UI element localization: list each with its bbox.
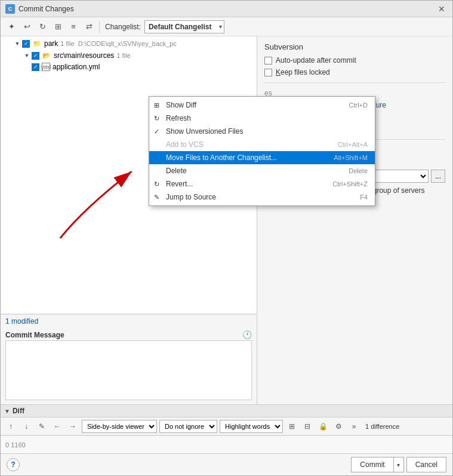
menu-item-delete[interactable]: Delete Delete: [149, 164, 375, 177]
tree-row-park[interactable]: ▼ ✓ 📁 park 1 file D:\CODE\qlt_x\SVN\yey_…: [1, 38, 257, 50]
bottom-actions: Commit ▾ Cancel: [351, 457, 446, 472]
refresh-ctx-icon: ↻: [154, 115, 159, 122]
diff-settings2-btn[interactable]: ⊟: [301, 420, 314, 433]
dialog-title: Commit Changes: [19, 5, 436, 13]
yaml-icon: yml: [42, 63, 50, 71]
diff-header: ▼ Diff: [1, 405, 452, 417]
shortcut-revert: Ctrl+Shift+Z: [332, 180, 368, 188]
toolbar-sep: [99, 21, 100, 33]
commit-dropdown-button[interactable]: ▾: [393, 457, 404, 472]
commit-message-section: Commit Message 🕐: [1, 328, 257, 404]
keep-files-checkbox[interactable]: [264, 69, 272, 76]
diff-icon: ⊞: [154, 102, 159, 109]
menu-label-add-vcs: Add to VCS: [166, 140, 204, 149]
tree-label-park: park: [44, 39, 58, 48]
menu-item-jump-source[interactable]: ✎ Jump to Source F4: [149, 191, 375, 204]
main-toolbar: ✦ ↩ ↻ ⊞ ≡ ⇄ Changelist: Default Changeli…: [1, 17, 452, 36]
shortcut-jump: F4: [360, 194, 368, 201]
menu-label-show-diff: Show Diff: [166, 101, 196, 109]
undo-btn[interactable]: ↩: [20, 20, 34, 34]
menu-label-jump-source: Jump to Source: [166, 193, 216, 201]
diff-edit-btn[interactable]: ✎: [35, 420, 48, 433]
checkbox-app[interactable]: ✓: [32, 63, 39, 71]
checkbox-src[interactable]: ✓: [32, 52, 39, 60]
commit-message-label: Commit Message: [5, 331, 64, 339]
modified-label: 1 modified: [1, 314, 257, 328]
ignore-select[interactable]: Do not ignore: [159, 420, 217, 433]
diff-more-btn[interactable]: ⚙: [332, 420, 345, 433]
clock-icon: 🕐: [242, 330, 252, 339]
subversion-title: Subversion: [264, 42, 445, 51]
cancel-button[interactable]: Cancel: [406, 457, 446, 472]
diff-area: 0 1160: [1, 435, 452, 453]
diff-count: 1 difference: [365, 423, 399, 430]
close-button[interactable]: ✕: [436, 3, 448, 15]
check-show-unversioned: ✓: [154, 128, 159, 136]
right-panel: Subversion Auto-update after commit Keep…: [257, 36, 452, 404]
add-btn[interactable]: ✦: [4, 20, 19, 34]
toggle-src-icon[interactable]: ▼: [22, 51, 32, 60]
menu-item-add-vcs: Add to VCS Ctrl+Alt+A: [149, 138, 375, 151]
context-menu: ⊞ Show Diff Ctrl+D ↻ Refresh ✓ Show Unve…: [149, 96, 375, 206]
title-bar: C Commit Changes ✕: [1, 1, 452, 17]
shortcut-add-vcs: Ctrl+Alt+A: [338, 141, 368, 148]
menu-label-delete: Delete: [166, 167, 187, 175]
auto-update-row: Auto-update after commit: [264, 56, 445, 65]
changelist-dropdown-wrapper[interactable]: Default Changelist ▾: [144, 20, 224, 33]
app-icon: C: [5, 4, 15, 14]
diff-back-btn[interactable]: ←: [51, 420, 64, 433]
group-btn[interactable]: ⊞: [51, 20, 65, 34]
diff-lock-btn[interactable]: 🔒: [316, 420, 329, 433]
commit-message-textarea[interactable]: [5, 340, 252, 400]
diff-toolbar: ↑ ↓ ✎ ← → Side-by-side viewer Do not ign…: [1, 417, 452, 435]
menu-label-revert: Revert...: [166, 180, 193, 188]
menu-item-show-diff[interactable]: ⊞ Show Diff Ctrl+D: [149, 99, 375, 112]
section-divider-1: [264, 82, 445, 83]
diff-next-btn[interactable]: ↓: [20, 420, 33, 433]
menu-label-refresh: Refresh: [166, 114, 191, 122]
sort-btn[interactable]: ≡: [66, 20, 81, 34]
upload-browse-btn[interactable]: ...: [431, 170, 445, 183]
diff-fwd-btn[interactable]: →: [66, 420, 79, 433]
commit-dialog: C Commit Changes ✕ ✦ ↩ ↻ ⊞ ≡ ⇄ Changelis…: [0, 0, 453, 476]
toggle-icon[interactable]: ▼: [13, 39, 22, 48]
keep-files-row: Keep files locked: [264, 68, 445, 76]
viewer-select[interactable]: Side-by-side viewer: [82, 420, 157, 433]
ignore-dropdown-wrapper[interactable]: Do not ignore: [159, 420, 217, 433]
left-panel: ▼ ✓ 📁 park 1 file D:\CODE\qlt_x\SVN\yey_…: [1, 36, 257, 404]
menu-item-show-unversioned[interactable]: ✓ Show Unversioned Files: [149, 125, 375, 138]
folder-src-icon: 📂: [42, 51, 51, 60]
menu-item-refresh[interactable]: ↻ Refresh: [149, 112, 375, 125]
move-btn[interactable]: ⇄: [82, 20, 96, 34]
shortcut-move-files: Alt+Shift+M: [334, 154, 368, 161]
shortcut-delete: Delete: [349, 167, 368, 174]
diff-settings1-btn[interactable]: ⊞: [285, 420, 298, 433]
diff-section: ▼ Diff ↑ ↓ ✎ ← → Side-by-side viewer Do …: [1, 404, 452, 453]
refresh-btn[interactable]: ↻: [35, 20, 50, 34]
highlight-select[interactable]: Highlight words: [220, 420, 283, 433]
changelist-select[interactable]: Default Changelist: [144, 20, 224, 33]
changelist-label: Changelist:: [105, 23, 141, 31]
viewer-dropdown-wrapper[interactable]: Side-by-side viewer: [82, 420, 157, 433]
menu-item-revert[interactable]: ↻ Revert... Ctrl+Shift+Z: [149, 177, 375, 191]
menu-item-move-files[interactable]: Move Files to Another Changelist... Alt+…: [149, 151, 375, 164]
commit-message-header: Commit Message 🕐: [5, 330, 252, 339]
revert-icon: ↻: [154, 180, 159, 188]
commit-button[interactable]: Commit: [351, 457, 393, 472]
diff-title: Diff: [13, 407, 449, 415]
folder-icon: 📁: [32, 39, 42, 48]
tree-row-app[interactable]: ✓ yml application.yml: [1, 62, 257, 72]
tree-row-src[interactable]: ▼ ✓ 📂 src\main\resources 1 file: [1, 50, 257, 62]
tree-label-src: src\main\resources: [54, 51, 114, 60]
diff-prev-btn[interactable]: ↑: [4, 420, 17, 433]
help-button[interactable]: ?: [7, 458, 20, 471]
highlight-dropdown-wrapper[interactable]: Highlight words: [220, 420, 283, 433]
diff-toggle-icon[interactable]: ▼: [4, 408, 10, 414]
checkbox-park[interactable]: ✓: [22, 40, 30, 48]
shortcut-show-diff: Ctrl+D: [349, 102, 368, 109]
auto-update-checkbox[interactable]: [264, 57, 272, 65]
menu-label-move-files: Move Files to Another Changelist...: [166, 153, 277, 162]
diff-area-placeholder: 0 1160: [5, 441, 26, 449]
menu-label-show-unversioned: Show Unversioned Files: [166, 127, 243, 136]
diff-extra-btn[interactable]: »: [347, 420, 360, 433]
